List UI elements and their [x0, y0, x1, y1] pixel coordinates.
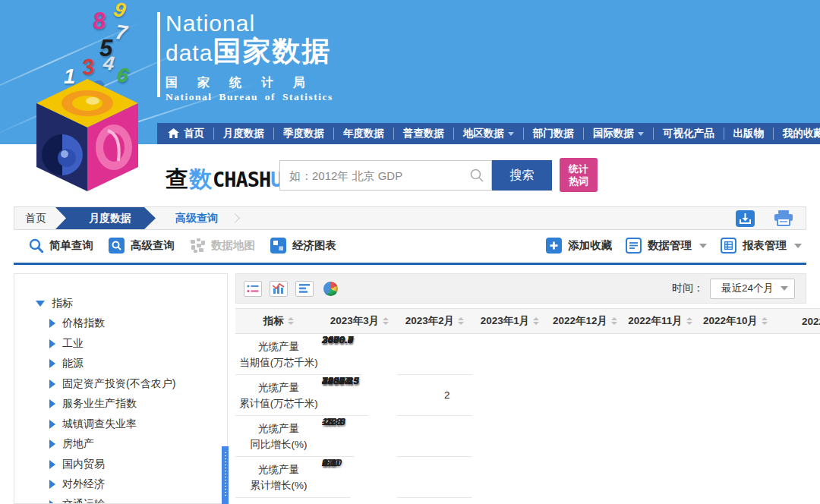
row-label: 光缆产量同比增长(%)	[235, 416, 322, 457]
plus-icon	[546, 238, 562, 254]
triangle-right-icon	[49, 359, 55, 368]
data-map-button[interactable]: 数据地图	[190, 238, 255, 253]
nav-item-census-data[interactable]: 普查数据	[393, 128, 453, 140]
hbar-view-icon[interactable]	[295, 281, 314, 297]
nav-item-publications[interactable]: 出版物	[724, 128, 774, 140]
table-view-icon[interactable]	[244, 281, 262, 297]
data-table: 指标 2023年3月 2023年2月 2023年1月 2022年12月 2022…	[235, 308, 820, 498]
simple-query-button[interactable]: 简单查询	[29, 238, 93, 253]
agency-name-cn: 国家统计局	[166, 74, 333, 91]
col-header-2022-12[interactable]: 2022年12月	[547, 309, 623, 334]
nav-item-annual-data[interactable]: 年度数据	[333, 128, 393, 140]
search-button[interactable]: 搜索	[492, 160, 552, 191]
bar-chart-view-icon[interactable]	[270, 281, 288, 297]
triangle-right-icon	[49, 480, 55, 489]
tree-item-foreign-economy[interactable]: 对外经济	[49, 474, 227, 495]
print-icon[interactable]	[774, 210, 793, 227]
cell-value: 29347.3	[322, 375, 368, 416]
cell-value	[397, 457, 472, 498]
cell-value	[397, 416, 472, 457]
sort-icon[interactable]	[611, 317, 617, 325]
manage-actions: 添加收藏 数据管理 报表管理	[543, 238, 806, 254]
nav-item-quarterly-data[interactable]: 季度数据	[273, 128, 333, 140]
economic-chart-button[interactable]: 经济图表	[270, 238, 336, 254]
col-header-2023-01[interactable]: 2023年1月	[472, 309, 547, 334]
national-data-page: National data国家数据 国家统计局 National Bureau …	[0, 0, 820, 504]
nav-item-regional-data[interactable]: 地区数据	[453, 128, 523, 140]
decor-number: 4	[102, 51, 115, 75]
tree-item-transportation[interactable]: 交通运输	[49, 495, 227, 504]
breadcrumb-actions	[736, 207, 806, 229]
hot-words-button[interactable]: 统计 热词	[560, 158, 598, 192]
triangle-right-icon	[49, 500, 55, 504]
triangle-right-icon	[49, 319, 55, 328]
col-header-2022-10[interactable]: 2022年10月	[698, 309, 773, 334]
chevron-down-icon	[508, 132, 514, 136]
nav-item-my-favorites[interactable]: 我的收藏	[773, 128, 820, 140]
report-manage-button[interactable]: 报表管理	[721, 238, 802, 254]
col-header-2022-11[interactable]: 2022年11月	[623, 309, 698, 334]
sort-icon[interactable]	[288, 317, 294, 325]
function-bar: 简单查询 高级查询 数据地图 经济图表 添加收藏 数据管理	[14, 230, 806, 265]
view-toolbar: 时间： 最近24个月	[235, 273, 806, 304]
sort-icon[interactable]	[458, 317, 464, 325]
nav-item-monthly-data[interactable]: 月度数据	[213, 128, 273, 140]
sort-icon[interactable]	[533, 317, 539, 325]
col-header-2023-03[interactable]: 2023年3月	[322, 309, 397, 334]
table-header-row: 指标 2023年3月 2023年2月 2023年1月 2022年12月 2022…	[235, 309, 820, 334]
pie-view-icon[interactable]	[321, 281, 339, 297]
row-label: 光缆产量当期值(万芯千米)	[235, 334, 322, 375]
time-filter: 时间： 最近24个月	[672, 279, 795, 299]
add-favorite-button[interactable]: 添加收藏	[546, 238, 612, 254]
tree-item-urban-unemployment[interactable]: 城镇调查失业率	[49, 414, 227, 435]
nav-item-visual-products[interactable]: 可视化产品	[653, 128, 724, 140]
breadcrumb-advanced-query[interactable]: 高级查询	[156, 207, 238, 229]
breadcrumb-monthly-data[interactable]: 月度数据	[55, 207, 156, 229]
col-header-2023-02[interactable]: 2023年2月	[397, 309, 472, 334]
decor-number: 8	[91, 7, 107, 36]
triangle-right-icon	[49, 420, 55, 429]
tree-root-indicator[interactable]: 指标	[36, 294, 227, 313]
brand-line1: National	[166, 11, 333, 36]
advanced-search-icon	[109, 238, 125, 254]
triangle-right-icon	[49, 439, 55, 449]
search-box	[279, 160, 492, 191]
top-nav: 首页 月度数据 季度数据 年度数据 普查数据 地区数据 部门数据 国际数据 可视…	[157, 123, 820, 144]
search-icon	[470, 169, 484, 182]
download-icon[interactable]	[736, 210, 755, 227]
sort-icon[interactable]	[686, 317, 692, 325]
search-input[interactable]	[280, 169, 470, 182]
triangle-right-icon	[49, 460, 55, 469]
chashu-logo: 查数CHASHU	[166, 164, 282, 195]
breadcrumb: 首页 月度数据 高级查询	[14, 206, 806, 230]
col-header-indicator[interactable]: 指标	[235, 309, 322, 334]
tree-item-domestic-trade[interactable]: 国内贸易	[49, 455, 227, 475]
time-filter-label: 时间：	[672, 282, 704, 295]
tree-item-service-production[interactable]: 服务业生产指数	[49, 394, 227, 414]
indicator-tree: 指标 价格指数 工业 能源 固定资产投资(不含农户) 服务业生产指数 城镇调查失…	[14, 274, 227, 504]
nav-item-department-data[interactable]: 部门数据	[523, 128, 583, 140]
chevron-down-icon	[638, 132, 644, 136]
data-manage-button[interactable]: 数据管理	[626, 238, 707, 254]
cell-value	[397, 334, 472, 375]
nav-item-international-data[interactable]: 国际数据	[583, 128, 653, 140]
tree-item-fixed-investment[interactable]: 固定资产投资(不含农户)	[49, 374, 227, 395]
tree-item-industry[interactable]: 工业	[49, 334, 227, 354]
breadcrumb-home[interactable]: 首页	[14, 207, 66, 229]
triangle-down-icon	[36, 301, 45, 307]
tree-item-energy[interactable]: 能源	[49, 354, 227, 374]
search-icon	[29, 238, 43, 253]
sort-icon[interactable]	[383, 317, 389, 325]
cell-value: 12.0	[322, 457, 351, 498]
time-range-select[interactable]: 最近24个月	[710, 279, 795, 299]
col-header-clipped[interactable]: 2022	[773, 309, 820, 334]
data-table-panel: 时间： 最近24个月 指标 2023年3月 2023年2月 2023年1月 20…	[235, 273, 820, 504]
advanced-query-button[interactable]: 高级查询	[109, 238, 175, 254]
tree-item-real-estate[interactable]: 房地产	[49, 434, 227, 455]
tree-item-price-index[interactable]: 价格指数	[49, 313, 227, 334]
sort-icon[interactable]	[762, 317, 768, 325]
decor-number: 9	[111, 0, 128, 23]
nav-item-home[interactable]: 首页	[157, 128, 213, 140]
panel-splitter-handle[interactable]	[222, 446, 229, 504]
data-manage-icon	[626, 238, 642, 254]
